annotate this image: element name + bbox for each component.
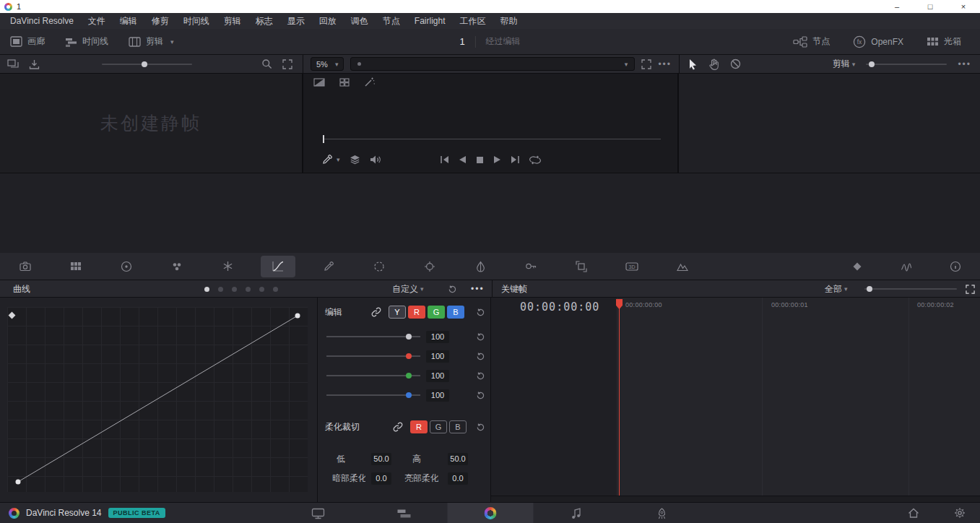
- pointer-tool-button[interactable]: [688, 59, 698, 70]
- edit-page-tab[interactable]: [361, 503, 447, 523]
- menu-clip[interactable]: 剪辑: [217, 13, 248, 29]
- curves-reset-button[interactable]: [447, 280, 456, 298]
- soft-clip-reset-button[interactable]: [475, 423, 485, 432]
- curve-mode-dot-4[interactable]: [246, 287, 251, 292]
- lightbox-button[interactable]: 光箱: [916, 35, 971, 48]
- g-reset-button[interactable]: [475, 371, 485, 381]
- play-reverse-button[interactable]: [459, 155, 467, 164]
- slider-knob[interactable]: [406, 334, 412, 340]
- qualifier-tool[interactable]: [303, 253, 354, 280]
- low-value[interactable]: [371, 453, 391, 465]
- slider-knob[interactable]: [406, 392, 412, 398]
- slider-knob[interactable]: [406, 353, 412, 359]
- project-settings-button[interactable]: [954, 507, 966, 519]
- soft-clip-g-button[interactable]: G: [430, 420, 447, 433]
- slider-knob[interactable]: [406, 373, 412, 379]
- keyframe-filter-select[interactable]: 全部 ▾: [825, 280, 848, 298]
- menu-nodes[interactable]: 节点: [376, 13, 407, 29]
- y-gain-value[interactable]: [426, 331, 449, 343]
- stereo-3d-tool[interactable]: 3D: [607, 253, 657, 280]
- stop-button[interactable]: [476, 156, 484, 164]
- menu-mark[interactable]: 标志: [248, 13, 280, 29]
- gallery-size-slider[interactable]: [102, 64, 192, 65]
- deliver-page-tab[interactable]: [619, 503, 705, 523]
- grid-view-button[interactable]: [339, 78, 350, 87]
- soft-clip-link-toggle[interactable]: [393, 422, 403, 432]
- clips-toggle-button[interactable]: 剪辑 ▾: [118, 29, 184, 54]
- power-windows-tool[interactable]: [354, 253, 404, 280]
- wipe-layers-button[interactable]: [350, 155, 360, 165]
- menu-fairlight[interactable]: Fairlight: [407, 13, 453, 29]
- minimize-button[interactable]: –: [880, 0, 914, 13]
- disable-tool-button[interactable]: [730, 59, 741, 69]
- keyframe-timeline-zoom-slider[interactable]: [864, 288, 957, 290]
- g-gain-value[interactable]: [426, 370, 449, 382]
- slider-knob[interactable]: [867, 286, 872, 292]
- key-tool[interactable]: [506, 253, 556, 280]
- curve-mode-dot-6[interactable]: [273, 287, 278, 292]
- viewer-expand-button[interactable]: [641, 59, 651, 69]
- menu-davinci-resolve[interactable]: DaVinci Resolve: [3, 13, 81, 29]
- viewer-zoom-select[interactable]: 5% ▾: [311, 57, 344, 71]
- timeline-playhead[interactable]: [619, 299, 620, 496]
- curve-mode-dot-3[interactable]: [232, 287, 237, 292]
- keyframe-timeline-area[interactable]: [618, 298, 980, 496]
- timeline-toggle-button[interactable]: 时间线: [55, 29, 118, 54]
- viewer-scrubber[interactable]: [323, 139, 661, 139]
- high-softness-value[interactable]: [448, 472, 468, 485]
- b-gain-slider[interactable]: [326, 394, 420, 396]
- curve-preset-select[interactable]: 自定义 ▾: [392, 280, 424, 298]
- r-gain-value[interactable]: [426, 350, 449, 363]
- close-button[interactable]: ×: [947, 0, 980, 13]
- keyframe-zoom-slider[interactable]: [866, 64, 947, 65]
- color-page-tab[interactable]: [447, 503, 533, 523]
- scopes-panel-tool[interactable]: [882, 253, 931, 280]
- media-page-tab[interactable]: [275, 503, 361, 523]
- menu-timeline[interactable]: 时间线: [176, 13, 217, 29]
- menu-trim[interactable]: 修剪: [144, 13, 176, 29]
- slider-knob[interactable]: [142, 61, 147, 67]
- channel-y-button[interactable]: Y: [389, 306, 406, 319]
- fairlight-page-tab[interactable]: [533, 503, 619, 523]
- curve-mode-dot-1[interactable]: [204, 287, 209, 292]
- channel-b-button[interactable]: B: [447, 306, 464, 319]
- r-gain-slider[interactable]: [326, 355, 420, 357]
- y-reset-button[interactable]: [475, 332, 485, 342]
- menu-color[interactable]: 调色: [344, 13, 376, 29]
- gallery-expand-button[interactable]: [282, 59, 292, 69]
- grab-still-button[interactable]: [29, 59, 40, 69]
- curve-mode-dot-2[interactable]: [218, 287, 223, 292]
- curve-mode-dot-5[interactable]: [259, 287, 264, 292]
- motion-effects-tool[interactable]: [202, 253, 253, 280]
- g-gain-slider[interactable]: [326, 375, 420, 376]
- still-picker-button[interactable]: ▾: [322, 155, 340, 165]
- keyframes-expand-button[interactable]: [966, 280, 975, 298]
- openfx-panel-button[interactable]: fx OpenFX: [843, 35, 914, 48]
- split-screen-button[interactable]: [313, 78, 325, 87]
- high-value[interactable]: [448, 453, 468, 465]
- timeline-clip-select[interactable]: ▾: [350, 57, 635, 71]
- loop-button[interactable]: [529, 155, 541, 165]
- enhanced-viewer-button[interactable]: [364, 77, 375, 87]
- timeline-scrollbar[interactable]: [491, 496, 980, 502]
- b-gain-value[interactable]: [426, 389, 449, 402]
- sizing-tool[interactable]: [556, 253, 607, 280]
- go-to-end-button[interactable]: [511, 155, 520, 164]
- menu-workspace[interactable]: 工作区: [453, 13, 493, 29]
- play-button[interactable]: [493, 155, 501, 164]
- color-wheels-tool[interactable]: [101, 253, 152, 280]
- soft-clip-b-button[interactable]: B: [449, 420, 467, 433]
- edit-reset-button[interactable]: [475, 308, 485, 317]
- noise-reduction-tool[interactable]: [657, 253, 708, 280]
- menu-help[interactable]: 帮助: [493, 13, 525, 29]
- menu-view[interactable]: 显示: [280, 13, 312, 29]
- y-gain-slider[interactable]: [326, 336, 420, 337]
- camera-raw-tool[interactable]: [0, 253, 51, 280]
- slider-knob[interactable]: [869, 61, 875, 67]
- viewer-options-menu-button[interactable]: •••: [658, 60, 672, 69]
- menu-playback[interactable]: 回放: [312, 13, 344, 29]
- b-reset-button[interactable]: [475, 391, 485, 400]
- channel-r-button[interactable]: R: [408, 306, 425, 319]
- keyframes-panel-tool[interactable]: [833, 253, 882, 280]
- menu-edit[interactable]: 编辑: [113, 13, 144, 29]
